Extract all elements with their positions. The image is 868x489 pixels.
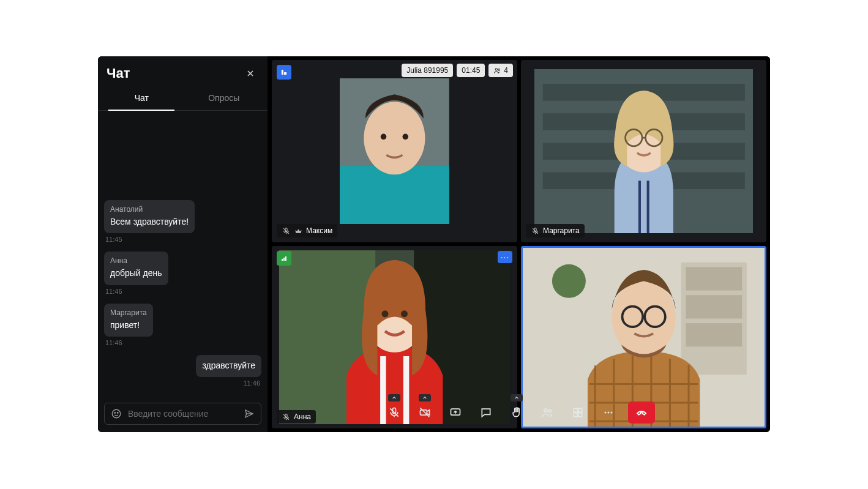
svg-point-45 (548, 409, 551, 412)
message-text: здравствуйте (202, 360, 255, 371)
chat-input[interactable] (128, 409, 238, 419)
svg-point-52 (611, 412, 613, 414)
mic-off-icon (531, 226, 539, 235)
participant-video (340, 78, 449, 224)
close-chat-button[interactable] (242, 65, 259, 82)
app-logo-badge (277, 65, 291, 80)
more-options-icon (602, 406, 615, 419)
camera-off-icon (419, 406, 431, 419)
tab-polls[interactable]: Опросы (183, 87, 266, 110)
chat-panel-title: Чат (107, 65, 130, 81)
message-bubble: Анатолий Всем здравствуйте! (104, 200, 195, 233)
layout-grid-button[interactable] (567, 401, 589, 424)
mic-options-caret[interactable] (388, 394, 400, 401)
participants-count-pill[interactable]: 4 (488, 64, 513, 77)
participant-name: Максим (306, 226, 332, 235)
svg-rect-24 (285, 256, 286, 261)
chat-bubble-icon (480, 406, 492, 419)
chat-input-row (104, 403, 261, 425)
message-bubble: Маргарита привет! (104, 304, 153, 337)
participants-icon (493, 67, 501, 75)
chat-message: Анатолий Всем здравствуйте! 11:45 (104, 200, 261, 249)
more-options-button[interactable] (597, 401, 619, 424)
chat-tabs: Чат Опросы (98, 87, 268, 111)
svg-point-11 (403, 133, 409, 140)
message-time: 11:46 (105, 379, 260, 387)
svg-rect-6 (284, 72, 286, 75)
chevron-up-icon (391, 395, 397, 401)
message-time: 11:46 (105, 339, 260, 346)
participant-name: Анна (294, 412, 311, 421)
video-grid: Julia 891995 01:45 4 (268, 56, 770, 432)
call-info-bar: Julia 891995 01:45 4 (402, 64, 513, 77)
toggle-chat-button[interactable] (475, 401, 497, 424)
chevron-up-icon (422, 395, 428, 401)
mic-off-icon (388, 406, 400, 419)
video-conference-app: Чат Чат Опросы Анатолий Всем здравствуйт… (98, 56, 770, 432)
participants-button[interactable] (536, 401, 558, 424)
svg-point-3 (496, 68, 498, 70)
grid-layout-icon (572, 406, 584, 419)
svg-rect-35 (686, 295, 742, 318)
svg-point-9 (364, 102, 425, 174)
call-toolbar (383, 401, 655, 424)
chat-message: Анна добрый день 11:46 (104, 252, 261, 300)
svg-rect-23 (283, 258, 285, 261)
svg-rect-34 (686, 267, 742, 290)
message-time: 11:46 (105, 288, 260, 295)
message-author: Маргарита (110, 308, 147, 317)
svg-rect-48 (574, 413, 577, 417)
camera-options-caret[interactable] (419, 394, 431, 401)
tab-chat[interactable]: Чат (100, 87, 183, 110)
message-bubble: Анна добрый день (104, 252, 168, 285)
message-bubble: здравствуйте (196, 355, 261, 377)
send-icon (244, 408, 255, 419)
share-screen-button[interactable] (444, 401, 466, 424)
signal-icon (280, 255, 288, 262)
chat-message-list: Анатолий Всем здравствуйте! 11:45 Анна д… (98, 111, 268, 398)
svg-point-0 (112, 409, 121, 418)
message-text: привет! (110, 319, 147, 330)
raise-hand-icon (511, 406, 523, 419)
room-name-pill: Julia 891995 (402, 64, 453, 77)
chat-panel: Чат Чат Опросы Анатолий Всем здравствуйт… (98, 56, 268, 432)
message-author: Анатолий (110, 205, 189, 214)
svg-point-37 (552, 264, 586, 298)
svg-point-30 (401, 311, 408, 318)
toggle-mic-button[interactable] (383, 401, 405, 424)
svg-rect-46 (574, 408, 577, 412)
share-screen-icon (449, 406, 462, 419)
emoji-button[interactable] (110, 407, 123, 420)
mic-off-icon (282, 226, 290, 235)
video-tile[interactable]: Максим (272, 60, 517, 242)
tile-more-button[interactable]: ··· (498, 251, 512, 263)
participants-count: 4 (504, 66, 508, 75)
toggle-camera-button[interactable] (414, 401, 436, 424)
svg-point-51 (608, 412, 610, 414)
participants-icon (541, 406, 553, 419)
svg-rect-47 (578, 408, 582, 412)
send-button[interactable] (242, 407, 256, 420)
svg-rect-22 (282, 259, 283, 261)
svg-point-29 (381, 311, 388, 318)
raise-hand-button[interactable] (506, 401, 528, 424)
participant-name-pill: Анна (277, 410, 316, 424)
hangup-button[interactable] (628, 401, 655, 424)
reactions-caret[interactable] (511, 394, 523, 401)
svg-rect-36 (686, 323, 742, 346)
participant-name-pill: Максим (277, 224, 337, 237)
logo-icon (280, 68, 288, 77)
svg-point-44 (544, 409, 547, 412)
svg-point-2 (118, 412, 119, 414)
chat-message: Маргарита привет! 11:46 (104, 304, 261, 353)
connection-quality-badge (277, 251, 291, 266)
message-text: Всем здравствуйте! (110, 216, 189, 227)
call-timer-pill: 01:45 (457, 64, 485, 77)
svg-point-50 (605, 412, 607, 414)
svg-rect-49 (578, 413, 582, 417)
chevron-up-icon (514, 395, 520, 401)
close-icon (245, 69, 255, 78)
video-tile[interactable]: Маргарита (521, 60, 766, 242)
message-time: 11:45 (105, 236, 260, 243)
svg-point-10 (381, 133, 387, 140)
